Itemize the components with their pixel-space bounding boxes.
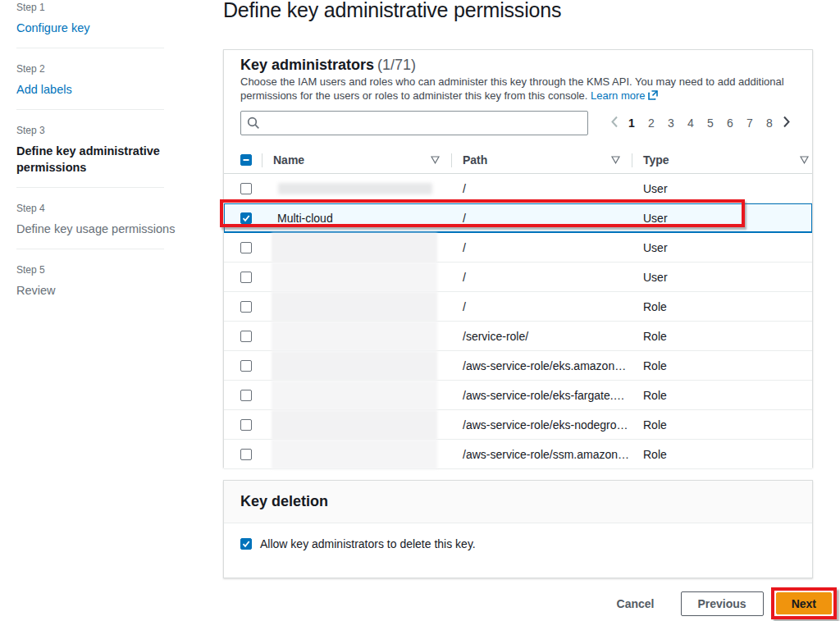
step-divider [16, 48, 164, 48]
row-checkbox[interactable] [240, 360, 252, 372]
row-select-cell [224, 263, 273, 291]
type-cell: User [643, 271, 812, 284]
table-row[interactable]: /aws-service-role/eks-nodegro…Role [224, 410, 812, 440]
name-cell [273, 233, 463, 262]
step-title: Review [16, 282, 195, 299]
page-2-button[interactable]: 2 [643, 113, 660, 133]
type-cell: Role [643, 448, 812, 461]
type-cell: User [643, 212, 812, 225]
page-title: Define key administrative permissions [223, 0, 561, 22]
table-toolbar: 12345678 [240, 111, 796, 135]
row-select-cell [224, 203, 273, 232]
page-3-button[interactable]: 3 [663, 113, 679, 133]
row-select-cell [224, 174, 273, 203]
step-label: Step 4 [16, 203, 195, 214]
type-cell: Role [643, 359, 812, 372]
table-row[interactable]: /User [224, 263, 812, 292]
step-title[interactable]: Configure key [16, 20, 195, 36]
path-cell: / [463, 300, 643, 313]
path-cell: /aws-service-role/eks-nodegro… [463, 418, 643, 432]
page-6-button[interactable]: 6 [722, 113, 738, 133]
path-cell: / [463, 241, 643, 254]
type-cell: User [643, 182, 812, 195]
name-cell [273, 174, 463, 203]
row-checkbox[interactable] [240, 390, 252, 401]
row-checkbox[interactable] [240, 272, 252, 283]
page-4-button[interactable]: 4 [682, 113, 699, 133]
row-checkbox[interactable] [240, 183, 252, 194]
step-label: Step 3 [16, 125, 195, 136]
table-row[interactable]: /Role [224, 292, 812, 322]
table-row[interactable]: /service-role/Role [224, 322, 812, 351]
admin-name: Multi-cloud [277, 212, 333, 225]
row-checkbox[interactable] [240, 331, 252, 342]
table-row[interactable]: Multi-cloud/User [224, 203, 812, 233]
page-5-button[interactable]: 5 [702, 113, 719, 133]
type-filter-icon[interactable] [800, 153, 809, 167]
key-deletion-body: Allow key administrators to delete this … [224, 523, 812, 564]
header-cell-type: Type [643, 147, 812, 173]
redacted-name [272, 292, 437, 322]
table-row[interactable]: /aws-service-role/eks.amazon…Role [224, 351, 812, 381]
table-body: /UserMulti-cloud/User/User/User/Role/ser… [224, 174, 812, 469]
name-cell [273, 263, 463, 291]
row-checkbox[interactable] [240, 242, 252, 253]
row-select-cell [224, 381, 273, 409]
allow-delete-checkbox[interactable] [240, 538, 252, 550]
table-row[interactable]: /aws-service-role/eks-fargate.…Role [224, 381, 812, 410]
path-filter-icon[interactable] [611, 153, 620, 167]
path-cell: /aws-service-role/ssm.amazon… [463, 448, 643, 461]
wizard-step-4: Step 4Define key usage permissions [16, 201, 195, 249]
name-cell [273, 381, 463, 409]
page-1-button[interactable]: 1 [623, 113, 640, 133]
learn-more-link[interactable]: Learn more [591, 89, 657, 102]
next-button[interactable]: Next [776, 592, 832, 614]
cancel-button[interactable]: Cancel [612, 596, 660, 611]
page-8-button[interactable]: 8 [761, 113, 778, 133]
redacted-name [272, 410, 437, 440]
path-cell: / [463, 182, 643, 195]
table-row[interactable]: /aws-service-role/ssm.amazon…Role [224, 440, 812, 469]
search-box [240, 111, 588, 135]
row-select-cell [224, 440, 273, 468]
key-deletion-title: Key deletion [240, 493, 328, 510]
path-cell: /aws-service-role/eks-fargate.… [463, 389, 643, 402]
header-cell-path: Path [463, 147, 643, 173]
row-checkbox[interactable] [240, 419, 252, 431]
previous-page-button[interactable] [609, 113, 620, 133]
select-all-checkbox[interactable] [240, 154, 252, 166]
key-deletion-card: Key deletion Allow key administrators to… [223, 480, 813, 578]
name-cell [273, 351, 463, 380]
step-title[interactable]: Add labels [16, 81, 195, 98]
search-icon [247, 116, 260, 132]
row-checkbox[interactable] [240, 212, 252, 224]
row-select-cell [224, 410, 273, 439]
row-checkbox[interactable] [240, 301, 252, 313]
step-title: Define key administrative permissions [16, 143, 195, 176]
redacted-name [272, 381, 437, 410]
page-7-button[interactable]: 7 [742, 113, 758, 133]
chevron-right-icon [783, 116, 791, 130]
next-button-annotation: Next [771, 587, 837, 619]
step-divider [16, 187, 164, 188]
chevron-left-icon [610, 116, 619, 130]
search-input[interactable] [240, 111, 588, 135]
step-divider [16, 109, 164, 110]
table-row[interactable]: /User [224, 233, 812, 263]
redacted-name [272, 263, 437, 292]
redacted-name [272, 440, 437, 469]
row-checkbox[interactable] [240, 449, 252, 460]
key-administrators-card: Key administrators (1/71) Choose the IAM… [223, 49, 813, 468]
previous-button[interactable]: Previous [681, 591, 764, 616]
card-header: Key administrators (1/71) [240, 55, 796, 75]
wizard-steps-sidebar: Step 1Configure keyStep 2Add labelsStep … [16, 0, 195, 310]
redacted-name [272, 322, 437, 351]
type-cell: User [643, 241, 812, 254]
step-label: Step 1 [16, 2, 195, 13]
redacted-name [272, 233, 437, 263]
next-page-button[interactable] [781, 113, 792, 133]
table-row[interactable]: /User [224, 174, 812, 203]
name-filter-icon[interactable] [431, 153, 440, 167]
type-cell: Role [643, 389, 812, 402]
wizard-step-5: Step 5Review [16, 263, 195, 310]
